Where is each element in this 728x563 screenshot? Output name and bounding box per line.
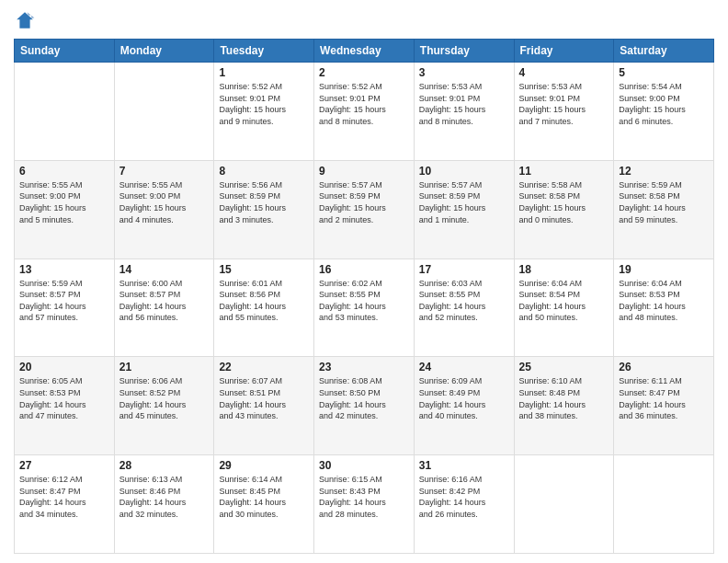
- weekday-header-saturday: Saturday: [614, 40, 714, 63]
- day-number: 23: [319, 361, 409, 373]
- day-number: 16: [319, 263, 409, 276]
- calendar-cell: 16Sunrise: 6:02 AM Sunset: 8:55 PM Dayli…: [314, 259, 415, 357]
- calendar-cell: 17Sunrise: 6:03 AM Sunset: 8:55 PM Dayli…: [414, 259, 514, 357]
- day-info: Sunrise: 5:54 AM Sunset: 9:00 PM Dayligh…: [619, 81, 709, 127]
- day-number: 28: [119, 459, 210, 472]
- calendar-cell: 19Sunrise: 6:04 AM Sunset: 8:53 PM Dayli…: [614, 259, 714, 357]
- calendar-cell: 7Sunrise: 5:55 AM Sunset: 9:00 PM Daylig…: [114, 160, 214, 259]
- day-number: 3: [419, 66, 509, 79]
- day-number: 18: [519, 263, 609, 276]
- day-info: Sunrise: 5:52 AM Sunset: 9:01 PM Dayligh…: [219, 81, 309, 127]
- day-info: Sunrise: 6:08 AM Sunset: 8:50 PM Dayligh…: [319, 375, 409, 421]
- day-number: 26: [619, 361, 709, 373]
- calendar-cell: 23Sunrise: 6:08 AM Sunset: 8:50 PM Dayli…: [314, 357, 415, 455]
- day-number: 12: [619, 165, 709, 178]
- day-info: Sunrise: 6:11 AM Sunset: 8:47 PM Dayligh…: [619, 375, 709, 421]
- weekday-header-row: SundayMondayTuesdayWednesdayThursdayFrid…: [15, 40, 714, 63]
- calendar-cell: [15, 63, 115, 161]
- weekday-header-monday: Monday: [114, 40, 214, 63]
- day-info: Sunrise: 6:05 AM Sunset: 8:53 PM Dayligh…: [19, 375, 109, 421]
- day-number: 9: [319, 165, 409, 178]
- calendar-cell: 8Sunrise: 5:56 AM Sunset: 8:59 PM Daylig…: [214, 160, 314, 259]
- day-number: 14: [119, 263, 210, 276]
- day-number: 7: [119, 165, 210, 178]
- day-info: Sunrise: 6:00 AM Sunset: 8:57 PM Dayligh…: [119, 278, 210, 324]
- weekday-header-sunday: Sunday: [15, 40, 115, 63]
- calendar-cell: 6Sunrise: 5:55 AM Sunset: 9:00 PM Daylig…: [15, 160, 115, 259]
- day-info: Sunrise: 6:01 AM Sunset: 8:56 PM Dayligh…: [219, 278, 309, 324]
- day-info: Sunrise: 5:53 AM Sunset: 9:01 PM Dayligh…: [419, 81, 509, 127]
- day-info: Sunrise: 6:04 AM Sunset: 8:54 PM Dayligh…: [519, 278, 609, 324]
- calendar-table: SundayMondayTuesdayWednesdayThursdayFrid…: [14, 39, 714, 554]
- calendar-week-4: 20Sunrise: 6:05 AM Sunset: 8:53 PM Dayli…: [15, 357, 714, 455]
- calendar-week-3: 13Sunrise: 5:59 AM Sunset: 8:57 PM Dayli…: [15, 259, 714, 357]
- day-number: 24: [419, 361, 509, 373]
- day-number: 5: [619, 66, 709, 79]
- calendar-cell: 25Sunrise: 6:10 AM Sunset: 8:48 PM Dayli…: [514, 357, 614, 455]
- day-info: Sunrise: 6:15 AM Sunset: 8:43 PM Dayligh…: [319, 474, 409, 520]
- day-info: Sunrise: 6:10 AM Sunset: 8:48 PM Dayligh…: [519, 375, 609, 421]
- day-info: Sunrise: 5:58 AM Sunset: 8:58 PM Dayligh…: [519, 179, 609, 225]
- day-number: 1: [219, 66, 309, 79]
- calendar-cell: 26Sunrise: 6:11 AM Sunset: 8:47 PM Dayli…: [614, 357, 714, 455]
- day-number: 2: [319, 66, 409, 79]
- calendar-cell: 5Sunrise: 5:54 AM Sunset: 9:00 PM Daylig…: [614, 63, 714, 161]
- day-number: 21: [119, 361, 210, 373]
- page: SundayMondayTuesdayWednesdayThursdayFrid…: [0, 0, 728, 563]
- calendar-week-2: 6Sunrise: 5:55 AM Sunset: 9:00 PM Daylig…: [15, 160, 714, 259]
- day-number: 15: [219, 263, 309, 276]
- calendar-week-1: 1Sunrise: 5:52 AM Sunset: 9:01 PM Daylig…: [15, 63, 714, 161]
- calendar-cell: 18Sunrise: 6:04 AM Sunset: 8:54 PM Dayli…: [514, 259, 614, 357]
- day-info: Sunrise: 5:56 AM Sunset: 8:59 PM Dayligh…: [219, 179, 309, 225]
- day-info: Sunrise: 6:13 AM Sunset: 8:46 PM Dayligh…: [119, 474, 210, 520]
- weekday-header-friday: Friday: [514, 40, 614, 63]
- day-info: Sunrise: 5:57 AM Sunset: 8:59 PM Dayligh…: [319, 179, 409, 225]
- calendar-cell: 20Sunrise: 6:05 AM Sunset: 8:53 PM Dayli…: [15, 357, 115, 455]
- calendar-cell: 31Sunrise: 6:16 AM Sunset: 8:42 PM Dayli…: [414, 455, 514, 554]
- calendar-week-5: 27Sunrise: 6:12 AM Sunset: 8:47 PM Dayli…: [15, 455, 714, 554]
- day-number: 20: [19, 361, 109, 373]
- calendar-cell: 15Sunrise: 6:01 AM Sunset: 8:56 PM Dayli…: [214, 259, 314, 357]
- day-info: Sunrise: 5:59 AM Sunset: 8:58 PM Dayligh…: [619, 179, 709, 225]
- day-info: Sunrise: 5:55 AM Sunset: 9:00 PM Dayligh…: [119, 179, 210, 225]
- calendar-cell: 24Sunrise: 6:09 AM Sunset: 8:49 PM Dayli…: [414, 357, 514, 455]
- calendar-cell: 2Sunrise: 5:52 AM Sunset: 9:01 PM Daylig…: [314, 63, 415, 161]
- calendar-cell: [614, 455, 714, 554]
- calendar-cell: 30Sunrise: 6:15 AM Sunset: 8:43 PM Dayli…: [314, 455, 415, 554]
- day-info: Sunrise: 5:55 AM Sunset: 9:00 PM Dayligh…: [19, 179, 109, 225]
- calendar-cell: [514, 455, 614, 554]
- day-number: 31: [419, 459, 509, 472]
- day-number: 19: [619, 263, 709, 276]
- day-number: 10: [419, 165, 509, 178]
- day-number: 17: [419, 263, 509, 276]
- day-number: 11: [519, 165, 609, 178]
- day-info: Sunrise: 6:03 AM Sunset: 8:55 PM Dayligh…: [419, 278, 509, 324]
- day-number: 25: [519, 361, 609, 373]
- day-info: Sunrise: 6:12 AM Sunset: 8:47 PM Dayligh…: [19, 474, 109, 520]
- svg-marker-0: [17, 12, 33, 29]
- calendar-cell: 27Sunrise: 6:12 AM Sunset: 8:47 PM Dayli…: [15, 455, 115, 554]
- header: [14, 9, 714, 31]
- day-number: 8: [219, 165, 309, 178]
- day-info: Sunrise: 5:59 AM Sunset: 8:57 PM Dayligh…: [19, 278, 109, 324]
- calendar-cell: 22Sunrise: 6:07 AM Sunset: 8:51 PM Dayli…: [214, 357, 314, 455]
- day-number: 30: [319, 459, 409, 472]
- day-number: 6: [19, 165, 109, 178]
- day-info: Sunrise: 6:04 AM Sunset: 8:53 PM Dayligh…: [619, 278, 709, 324]
- day-info: Sunrise: 6:07 AM Sunset: 8:51 PM Dayligh…: [219, 375, 309, 421]
- day-info: Sunrise: 5:53 AM Sunset: 9:01 PM Dayligh…: [519, 81, 609, 127]
- day-number: 22: [219, 361, 309, 373]
- day-info: Sunrise: 6:06 AM Sunset: 8:52 PM Dayligh…: [119, 375, 210, 421]
- calendar-cell: 12Sunrise: 5:59 AM Sunset: 8:58 PM Dayli…: [614, 160, 714, 259]
- calendar-cell: 29Sunrise: 6:14 AM Sunset: 8:45 PM Dayli…: [214, 455, 314, 554]
- day-number: 13: [19, 263, 109, 276]
- day-number: 4: [519, 66, 609, 79]
- day-info: Sunrise: 6:02 AM Sunset: 8:55 PM Dayligh…: [319, 278, 409, 324]
- day-number: 27: [19, 459, 109, 472]
- calendar-cell: 13Sunrise: 5:59 AM Sunset: 8:57 PM Dayli…: [15, 259, 115, 357]
- weekday-header-wednesday: Wednesday: [314, 40, 415, 63]
- day-info: Sunrise: 6:09 AM Sunset: 8:49 PM Dayligh…: [419, 375, 509, 421]
- calendar-cell: 21Sunrise: 6:06 AM Sunset: 8:52 PM Dayli…: [114, 357, 214, 455]
- calendar-cell: 10Sunrise: 5:57 AM Sunset: 8:59 PM Dayli…: [414, 160, 514, 259]
- calendar-cell: 4Sunrise: 5:53 AM Sunset: 9:01 PM Daylig…: [514, 63, 614, 161]
